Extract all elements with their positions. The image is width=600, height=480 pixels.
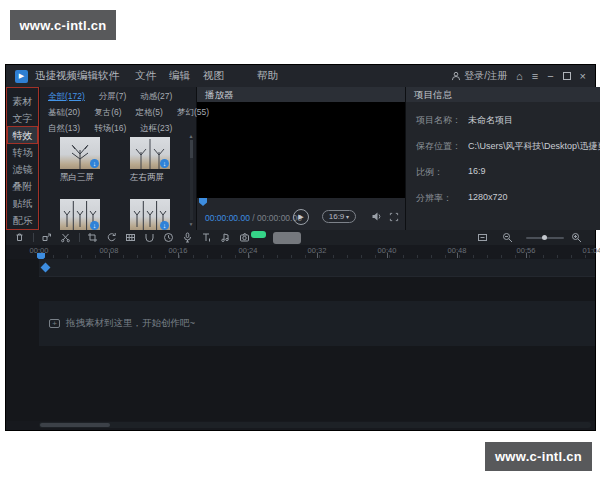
close-icon[interactable]: × — [580, 71, 586, 82]
track-marker[interactable] — [41, 263, 51, 273]
text-to-speech-icon[interactable] — [200, 231, 213, 244]
app-window: ▶ 迅捷视频编辑软件 文件 编辑 视图 帮助 登录/注册 ⌂ ≡ − × 素材 … — [5, 64, 596, 431]
menu-bar: 文件 编辑 视图 帮助 — [135, 69, 291, 83]
video-preview[interactable] — [197, 102, 405, 198]
zoom-in-icon[interactable] — [570, 231, 583, 244]
field-label: 保存位置： — [416, 140, 468, 153]
download-icon[interactable]: ↓ — [160, 159, 169, 168]
fullscreen-icon[interactable] — [389, 212, 399, 222]
zoom-slider-knob[interactable] — [542, 235, 547, 240]
project-field-name: 项目名称： 未命名项目 — [416, 114, 600, 127]
sidebar-item-music[interactable]: 配乐 — [6, 212, 39, 229]
category-dream[interactable]: 梦幻(55) — [177, 107, 209, 119]
rotate-icon[interactable] — [105, 231, 118, 244]
sidebar-item-overlay[interactable]: 叠附 — [6, 178, 39, 195]
minimize-icon[interactable]: − — [547, 71, 553, 82]
field-value: 未命名项目 — [468, 114, 513, 127]
main-area: 素材 文字 特效 转场 滤镜 叠附 贴纸 配乐 全部(172) 分屏(7) 动感… — [6, 87, 595, 230]
category-freeze[interactable]: 定格(5) — [136, 107, 163, 119]
timeline-tracks[interactable]: + 拖拽素材到这里，开始创作吧~ — [6, 259, 595, 421]
category-border[interactable]: 边框(23) — [140, 123, 172, 135]
crop-icon[interactable] — [86, 231, 99, 244]
fit-timeline-icon[interactable] — [476, 231, 489, 244]
time-separator: / — [250, 213, 257, 223]
download-icon[interactable]: ↓ — [160, 221, 169, 230]
sidebar-item-effects[interactable]: 特效 — [6, 127, 39, 144]
home-icon[interactable]: ⌂ — [516, 71, 523, 82]
toolbar-flyout — [273, 232, 301, 244]
sidebar-item-media[interactable]: 素材 — [6, 93, 39, 110]
title-bar: ▶ 迅捷视频编辑软件 文件 编辑 视图 帮助 登录/注册 ⌂ ≡ − × — [6, 65, 595, 87]
scroll-down-icon[interactable]: ▼ — [189, 221, 194, 227]
mosaic-icon[interactable] — [124, 231, 137, 244]
sidebar-item-text[interactable]: 文字 — [6, 110, 39, 127]
seek-handle[interactable] — [199, 198, 207, 206]
titlebar-right: 登录/注册 ⌂ ≡ − × — [442, 69, 586, 83]
menu-help[interactable]: 帮助 — [257, 69, 278, 83]
project-field-ratio: 比例： 16:9 — [416, 166, 600, 179]
sidebar-item-sticker[interactable]: 贴纸 — [6, 195, 39, 212]
project-field-resolution: 分辨率： 1280x720 — [416, 192, 600, 205]
sidebar-item-transition[interactable]: 转场 — [6, 144, 39, 161]
duration-icon[interactable] — [162, 231, 175, 244]
scrollbar-thumb[interactable] — [40, 423, 110, 427]
project-field-location: 保存位置： C:\Users\风平科技\Desktop\迅捷剪辑软件\ — [416, 140, 600, 153]
effect-item[interactable]: ↓ — [60, 199, 100, 231]
watermark-top: www.c-intl.cn — [10, 10, 116, 40]
download-icon[interactable]: ↓ — [90, 159, 99, 168]
picture-in-picture-icon[interactable] — [143, 231, 156, 244]
menu-icon[interactable]: ≡ — [532, 71, 538, 82]
menu-view[interactable]: 视图 — [203, 69, 224, 83]
timeline-ruler[interactable]: 00:00 00:08 00:16 00:24 00:32 00:40 00:4… — [6, 245, 595, 259]
delete-icon[interactable] — [13, 231, 26, 244]
new-feature-badge — [251, 231, 266, 238]
effect-item[interactable]: ↓ 左右两屏 — [130, 137, 170, 184]
project-info-body: 项目名称： 未命名项目 保存位置： C:\Users\风平科技\Desktop\… — [406, 102, 600, 205]
export-frame-icon[interactable] — [40, 231, 53, 244]
zoom-slider[interactable] — [526, 237, 564, 239]
player-right-controls: 16:9 — [322, 210, 399, 223]
category-nature[interactable]: 自然(13) — [48, 123, 80, 135]
effect-thumbnail: ↓ — [60, 137, 100, 169]
category-splitscreen[interactable]: 分屏(7) — [99, 91, 126, 103]
video-track[interactable] — [39, 259, 595, 277]
effects-category-row: 全部(172) 分屏(7) 动感(27) — [40, 91, 196, 103]
field-label: 比例： — [416, 166, 468, 179]
field-label: 分辨率： — [416, 192, 468, 205]
category-basic[interactable]: 基础(20) — [48, 107, 80, 119]
media-drop-zone[interactable]: + 拖拽素材到这里，开始创作吧~ — [39, 301, 595, 346]
menu-file[interactable]: 文件 — [135, 69, 156, 83]
effect-thumbnail: ↓ — [130, 137, 170, 169]
zoom-out-icon[interactable] — [501, 231, 514, 244]
download-icon[interactable]: ↓ — [90, 221, 99, 230]
effect-item[interactable]: ↓ 黑白三屏 — [60, 137, 100, 184]
login-register-button[interactable]: 登录/注册 — [451, 69, 507, 83]
snapshot-icon[interactable] — [238, 231, 251, 244]
timeline-zoom-controls — [470, 231, 589, 244]
field-value: 1280x720 — [468, 192, 508, 205]
scroll-up-icon[interactable]: ▲ — [189, 133, 194, 139]
play-button[interactable]: ▶ — [293, 209, 309, 225]
menu-edit[interactable]: 编辑 — [169, 69, 190, 83]
aspect-ratio-dropdown[interactable]: 16:9 — [322, 210, 356, 223]
watermark-bottom: www.c-intl.cn — [485, 442, 592, 471]
category-dynamic[interactable]: 动感(27) — [140, 91, 172, 103]
record-voice-icon[interactable] — [181, 231, 194, 244]
effect-label: 黑白三屏 — [60, 172, 100, 184]
timeline-horizontal-scrollbar[interactable] — [39, 422, 591, 428]
seek-bar[interactable] — [197, 198, 405, 206]
sidebar-item-filter[interactable]: 滤镜 — [6, 161, 39, 178]
volume-icon[interactable] — [371, 211, 382, 222]
effect-item[interactable]: ↓ — [130, 199, 170, 231]
toolbar-divider — [79, 233, 80, 242]
category-transition[interactable]: 转场(16) — [94, 123, 126, 135]
sidebar: 素材 文字 特效 转场 滤镜 叠附 贴纸 配乐 — [6, 87, 39, 230]
player-header: 播放器 — [197, 87, 405, 102]
split-icon[interactable] — [59, 231, 72, 244]
music-icon[interactable] — [219, 231, 232, 244]
maximize-icon[interactable] — [563, 72, 571, 80]
category-retro[interactable]: 复古(6) — [94, 107, 121, 119]
effects-scrollbar[interactable]: ▲ ▼ — [187, 133, 195, 227]
scrollbar-thumb[interactable] — [190, 140, 193, 158]
category-all[interactable]: 全部(172) — [48, 91, 85, 103]
